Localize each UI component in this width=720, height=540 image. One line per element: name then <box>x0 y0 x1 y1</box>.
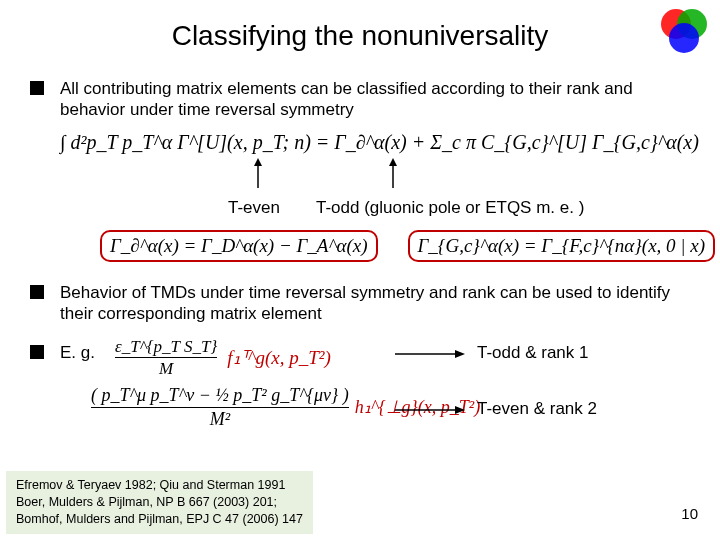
example-1: ε_T^{p_T S_T} M f₁ᵀ^g(x, p_T²) <box>115 336 331 380</box>
t-even-rank2-label: T-even & rank 2 <box>477 398 597 419</box>
bullet-3: E. g. ε_T^{p_T S_T} M f₁ᵀ^g(x, p_T²) ( p… <box>0 336 720 458</box>
ref-line-1: Efremov & Teryaev 1982; Qiu and Sterman … <box>16 477 303 494</box>
eg1-num: ε_T^{p_T S_T} <box>115 336 217 357</box>
ref-line-3: Bomhof, Mulders and Pijlman, EPJ C 47 (2… <box>16 511 303 528</box>
up-arrow-icon <box>387 158 399 188</box>
t-odd-rank1-label: T-odd & rank 1 <box>477 342 589 363</box>
main-formula: ∫ d²p_T p_T^α Γ^[U](x, p_T; n) = Γ_∂^α(x… <box>60 131 699 153</box>
eg2-num: ( p_T^μ p_T^ν − ½ p_T² g_T^{μν} ) <box>91 384 349 407</box>
right-arrow-icon <box>395 404 465 416</box>
def-formula-2: Γ_{G,c}^α(x) = Γ_{F,c}^{nα}(x, 0 | x) <box>408 230 716 262</box>
bullet-2-text: Behavior of TMDs under time reversal sym… <box>60 282 690 325</box>
eg1-rhs: f₁ᵀ^g(x, p_T²) <box>227 346 331 370</box>
eg1-den: M <box>115 357 217 379</box>
svg-point-2 <box>669 23 699 53</box>
bullet-marker-icon <box>30 345 44 359</box>
ref-line-2: Boer, Mulders & Pijlman, NP B 667 (2003)… <box>16 494 303 511</box>
venn-diagram-logo <box>652 8 714 54</box>
t-odd-label: T-odd (gluonic pole or ETQS m. e. ) <box>316 198 584 218</box>
bullet-1-text: All contributing matrix elements can be … <box>60 78 690 121</box>
up-arrow-icon <box>252 158 264 188</box>
bullet-marker-icon <box>30 285 44 299</box>
references-box: Efremov & Teryaev 1982; Qiu and Sterman … <box>6 471 313 534</box>
page-number: 10 <box>681 505 698 522</box>
bullet-marker-icon <box>30 81 44 95</box>
bullet-1: All contributing matrix elements can be … <box>0 72 720 127</box>
def-formula-1: Γ_∂^α(x) = Γ_D^α(x) − Γ_A^α(x) <box>100 230 378 262</box>
svg-marker-6 <box>389 158 397 166</box>
bullet-2: Behavior of TMDs under time reversal sym… <box>0 276 720 331</box>
svg-marker-10 <box>455 406 465 414</box>
svg-marker-4 <box>254 158 262 166</box>
main-formula-row: ∫ d²p_T p_T^α Γ^[U](x, p_T; n) = Γ_∂^α(x… <box>0 127 720 158</box>
definitions-row: Γ_∂^α(x) = Γ_D^α(x) − Γ_A^α(x) Γ_{G,c}^α… <box>0 224 720 262</box>
eg2-den: M² <box>91 407 349 431</box>
bullet-3-text: E. g. <box>60 342 95 452</box>
svg-marker-8 <box>455 350 465 358</box>
right-arrow-icon <box>395 348 465 360</box>
t-even-label: T-even <box>228 198 280 218</box>
page-title: Classifying the nonuniversality <box>0 0 720 72</box>
